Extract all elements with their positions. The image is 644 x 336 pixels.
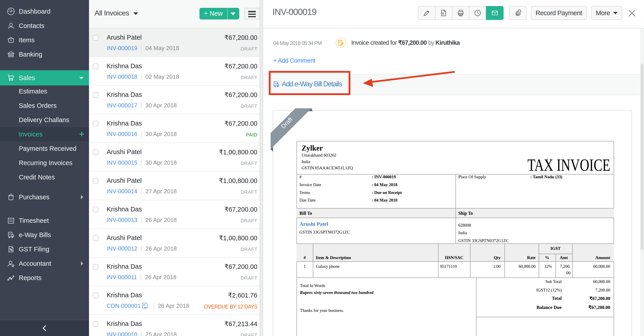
svg-text:e: e bbox=[275, 82, 276, 86]
svg-text:₹: ₹ bbox=[143, 303, 145, 307]
svg-text:A: A bbox=[442, 12, 444, 15]
svg-text:e: e bbox=[9, 232, 11, 236]
